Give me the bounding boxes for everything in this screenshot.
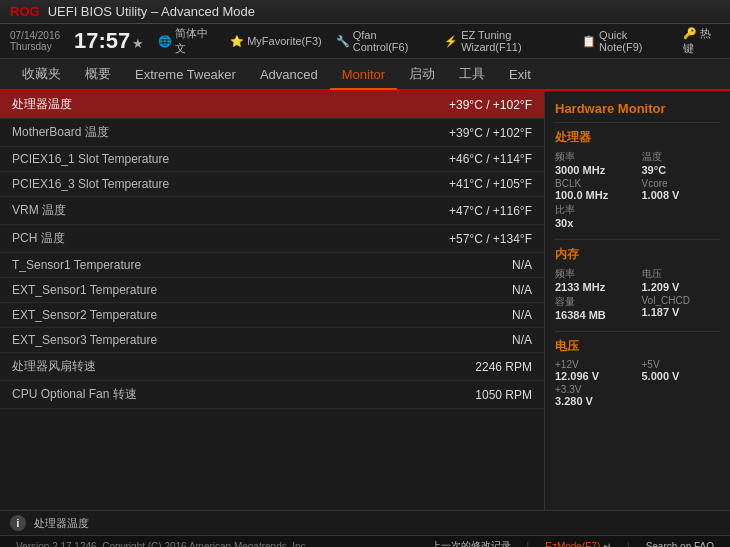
hw-33v-label: +3.3V (555, 384, 634, 395)
hw-ratio-label: 比率 (555, 203, 634, 217)
hotkey-label: 🔑 热键 (683, 26, 720, 56)
ez-mode-key: EzMode(F7) (545, 541, 600, 548)
hw-mem-capacity-label: 容量 (555, 295, 634, 309)
hw-bclk-label: BCLK (555, 178, 634, 189)
nav-boot[interactable]: 启动 (397, 59, 447, 89)
datetime: 07/14/2016 Thursday (10, 30, 60, 52)
hw-mem-capacity-value: 16384 MB (555, 309, 634, 321)
ez-mode-btn[interactable]: EzMode(F7) ↵ (545, 541, 611, 548)
hw-bclk: BCLK 100.0 MHz (555, 178, 634, 201)
nav-tools[interactable]: 工具 (447, 59, 497, 89)
ez-mode-icon: ↵ (603, 541, 611, 548)
sensor-row-pch-temp[interactable]: PCH 温度 +57°C / +134°F (0, 225, 544, 253)
sensor-row-pcie1-temp[interactable]: PCIEX16_1 Slot Temperature +46°C / +114°… (0, 147, 544, 172)
info-bar: i 处理器温度 (0, 510, 730, 535)
info-icon: i (10, 515, 26, 531)
favorite-icon: ⭐ (230, 35, 244, 48)
hw-vol-chcd-label: Vol_CHCD (642, 295, 721, 306)
my-favorite-btn[interactable]: ⭐ MyFavorite(F3) (230, 35, 322, 48)
nav-advanced[interactable]: Advanced (248, 61, 330, 88)
hw-12v-value: 12.096 V (555, 370, 634, 382)
sensor-value-ext1: N/A (512, 283, 532, 297)
sensor-name-mb-temp: MotherBoard 温度 (12, 124, 109, 141)
sensor-name-ext1: EXT_Sensor1 Temperature (12, 283, 157, 297)
hw-mem-voltage: 电压 1.209 V (642, 267, 721, 293)
date: 07/14/2016 (10, 30, 60, 41)
quick-note-btn[interactable]: 📋 Quick Note(F9) (582, 29, 669, 53)
sensor-row-cpu-fan[interactable]: 处理器风扇转速 2246 RPM (0, 353, 544, 381)
sensor-value-pch-temp: +57°C / +134°F (449, 232, 532, 246)
sensor-value-mb-temp: +39°C / +102°F (449, 126, 532, 140)
language-icon: 🌐 (158, 35, 172, 48)
ez-tuning-label: EZ Tuning Wizard(F11) (461, 29, 568, 53)
sensor-value-pcie3-temp: +41°C / +105°F (449, 177, 532, 191)
hw-vcore-value: 1.008 V (642, 189, 721, 201)
hw-vol-chcd-value: 1.187 V (642, 306, 721, 318)
sensor-value-cpu-opt-fan: 1050 RPM (475, 388, 532, 402)
nav-monitor[interactable]: Monitor (330, 61, 397, 90)
sensor-row-ext1[interactable]: EXT_Sensor1 Temperature N/A (0, 278, 544, 303)
title-bar: ROG UEFI BIOS Utility – Advanced Mode (0, 0, 730, 24)
sensor-row-vrm-temp[interactable]: VRM 温度 +47°C / +116°F (0, 197, 544, 225)
hw-section-cpu: 处理器 频率 3000 MHz 温度 39°C BCLK 100.0 MHz V… (555, 129, 720, 229)
title-text: UEFI BIOS Utility – Advanced Mode (48, 4, 255, 19)
sensor-row-cpu-opt-fan[interactable]: CPU Optional Fan 转速 1050 RPM (0, 381, 544, 409)
rog-logo: ROG (10, 4, 40, 19)
hw-vcore-label: Vcore (642, 178, 721, 189)
time-seconds: ★ (132, 36, 144, 51)
sensor-value-cpu-fan: 2246 RPM (475, 360, 532, 374)
sensor-row-cpu-temp[interactable]: 处理器温度 +39°C / +102°F (0, 91, 544, 119)
hw-voltage-label: 电压 (555, 338, 720, 355)
sensor-value-vrm-temp: +47°C / +116°F (449, 204, 532, 218)
ez-tuning-icon: ⚡ (444, 35, 458, 48)
sensor-row-ext2[interactable]: EXT_Sensor2 Temperature N/A (0, 303, 544, 328)
nav-exit[interactable]: Exit (497, 61, 543, 88)
hw-memory-label: 内存 (555, 246, 720, 263)
ez-tuning-btn[interactable]: ⚡ EZ Tuning Wizard(F11) (444, 29, 568, 53)
hw-33v-value: 3.280 V (555, 395, 634, 407)
hw-12v-label: +12V (555, 359, 634, 370)
sensor-row-mb-temp[interactable]: MotherBoard 温度 +39°C / +102°F (0, 119, 544, 147)
sensor-name-pcie3-temp: PCIEX16_3 Slot Temperature (12, 177, 169, 191)
hw-mem-voltage-value: 1.209 V (642, 281, 721, 293)
status-bar: 07/14/2016 Thursday 17:57 ★ 🌐 简体中文 ⭐ MyF… (0, 24, 730, 59)
hw-ratio-value: 30x (555, 217, 634, 229)
hw-mem-capacity: 容量 16384 MB (555, 295, 634, 321)
hw-5v-label: +5V (642, 359, 721, 370)
sensor-row-pcie3-temp[interactable]: PCIEX16_3 Slot Temperature +41°C / +105°… (0, 172, 544, 197)
nav-bar: 收藏夹 概要 Extreme Tweaker Advanced Monitor … (0, 59, 730, 91)
sensor-scroll[interactable]: 处理器温度 +39°C / +102°F MotherBoard 温度 +39°… (0, 91, 544, 510)
nav-favorites[interactable]: 收藏夹 (10, 59, 73, 89)
nav-extreme-tweaker[interactable]: Extreme Tweaker (123, 61, 248, 88)
qfan-btn[interactable]: 🔧 Qfan Control(F6) (336, 29, 430, 53)
footer-right: 上一次的修改记录 | EzMode(F7) ↵ | Search on FAQ (431, 539, 714, 547)
hw-cpu-label: 处理器 (555, 129, 720, 146)
sensor-panel: 处理器温度 +39°C / +102°F MotherBoard 温度 +39°… (0, 91, 545, 510)
footer: Version 2.17.1246. Copyright (C) 2016 Am… (0, 535, 730, 547)
hw-cpu-freq: 频率 3000 MHz (555, 150, 634, 176)
qfan-label: Qfan Control(F6) (353, 29, 430, 53)
search-faq-btn[interactable]: Search on FAQ (646, 541, 714, 548)
language-selector[interactable]: 🌐 简体中文 (158, 26, 216, 56)
sensor-row-ext3[interactable]: EXT_Sensor3 Temperature N/A (0, 328, 544, 353)
nav-overview[interactable]: 概要 (73, 59, 123, 89)
last-change-btn[interactable]: 上一次的修改记录 (431, 539, 511, 547)
hotkey-btn[interactable]: 🔑 热键 (683, 26, 720, 56)
sensor-row-t-sensor1[interactable]: T_Sensor1 Temperature N/A (0, 253, 544, 278)
hw-divider-2 (555, 331, 720, 332)
hw-monitor-title: Hardware Monitor (555, 97, 720, 123)
sensor-name-ext3: EXT_Sensor3 Temperature (12, 333, 157, 347)
sensor-name-cpu-opt-fan: CPU Optional Fan 转速 (12, 386, 137, 403)
language-label: 简体中文 (175, 26, 216, 56)
info-text: 处理器温度 (34, 516, 89, 531)
sensor-name-pch-temp: PCH 温度 (12, 230, 65, 247)
hw-33v: +3.3V 3.280 V (555, 384, 634, 407)
hw-cpu-temp-value: 39°C (642, 164, 721, 176)
sensor-name-cpu-temp: 处理器温度 (12, 96, 72, 113)
hw-5v-value: 5.000 V (642, 370, 721, 382)
hw-voltage-grid: +12V 12.096 V +5V 5.000 V +3.3V 3.280 V (555, 359, 720, 407)
hw-bclk-value: 100.0 MHz (555, 189, 634, 201)
hw-vcore: Vcore 1.008 V (642, 178, 721, 201)
hw-divider-1 (555, 239, 720, 240)
hw-vol-chcd: Vol_CHCD 1.187 V (642, 295, 721, 321)
